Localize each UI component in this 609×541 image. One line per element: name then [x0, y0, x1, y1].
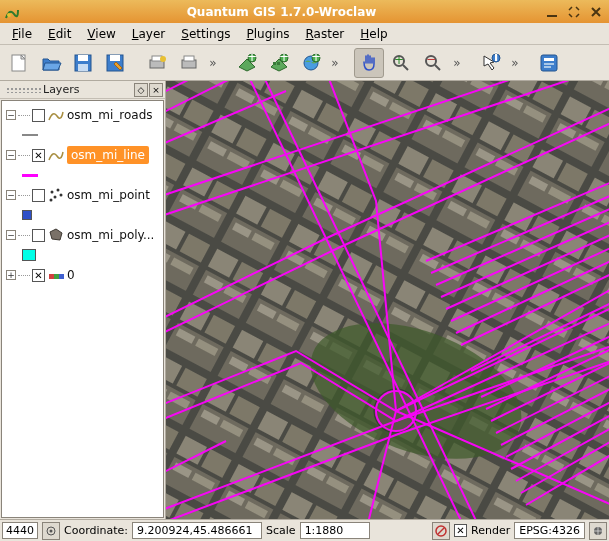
svg-point-38	[50, 199, 53, 202]
menu-settings[interactable]: Settings	[173, 25, 238, 43]
help-button[interactable]	[534, 48, 564, 78]
scale-label: Scale	[266, 524, 296, 537]
svg-rect-1	[547, 15, 557, 17]
line-layer-icon	[47, 146, 65, 164]
tree-collapse-icon[interactable]: −	[6, 110, 16, 120]
toolbar-extension-4[interactable]: »	[508, 56, 522, 70]
line-layer-icon	[47, 106, 65, 124]
add-raster-layer-button[interactable]: +	[264, 48, 294, 78]
layer-label: osm_mi_roads	[67, 108, 153, 122]
svg-text:−: −	[426, 52, 436, 66]
app-icon	[4, 4, 20, 20]
save-as-button[interactable]	[100, 48, 130, 78]
main-area: Layers ◇ × − osm_mi_roads − ✕ osm_mi_lin…	[0, 81, 609, 519]
map-render	[166, 81, 609, 519]
layer-checkbox[interactable]: ✕	[32, 269, 45, 282]
menu-layer[interactable]: Layer	[124, 25, 173, 43]
map-canvas[interactable]	[166, 81, 609, 519]
layer-checkbox[interactable]: ✕	[32, 149, 45, 162]
toolbar: » + + + » + − » i »	[0, 45, 609, 81]
panel-close-button[interactable]: ×	[149, 83, 163, 97]
layer-item-raster[interactable]: + ✕ 0	[4, 263, 161, 287]
svg-text:+: +	[311, 52, 321, 64]
menu-help[interactable]: Help	[352, 25, 395, 43]
svg-rect-41	[59, 274, 64, 279]
zoom-out-button[interactable]: −	[418, 48, 448, 78]
scale-input[interactable]: 1:1880	[300, 522, 370, 539]
window-title: Quantum GIS 1.7.0-Wroclaw	[24, 5, 539, 19]
svg-rect-7	[110, 55, 120, 61]
crs-display[interactable]: EPSG:4326	[514, 522, 585, 539]
svg-point-37	[60, 194, 63, 197]
coordinate-input[interactable]: 9.200924,45.486661	[132, 522, 262, 539]
svg-line-55	[438, 528, 444, 534]
svg-point-36	[54, 196, 57, 199]
toggle-extents-button[interactable]	[42, 522, 60, 540]
svg-rect-5	[78, 64, 88, 71]
menu-plugins[interactable]: Plugins	[239, 25, 298, 43]
svg-rect-40	[54, 274, 59, 279]
tree-expand-icon[interactable]: +	[6, 270, 16, 280]
layer-checkbox[interactable]	[32, 189, 45, 202]
svg-point-34	[51, 191, 54, 194]
menu-view[interactable]: View	[79, 25, 123, 43]
menu-file[interactable]: File	[4, 25, 40, 43]
add-wms-layer-button[interactable]: +	[296, 48, 326, 78]
svg-text:i: i	[494, 52, 498, 64]
toolbar-extension-2[interactable]: »	[328, 56, 342, 70]
layer-item-point[interactable]: − osm_mi_point	[4, 183, 161, 207]
tree-collapse-icon[interactable]: −	[6, 190, 16, 200]
svg-text:+: +	[247, 52, 257, 64]
identify-button[interactable]: i	[476, 48, 506, 78]
layer-checkbox[interactable]	[32, 109, 45, 122]
composer-manager-button[interactable]	[174, 48, 204, 78]
layers-panel: Layers ◇ × − osm_mi_roads − ✕ osm_mi_lin…	[0, 81, 166, 519]
layer-tree: − osm_mi_roads − ✕ osm_mi_line − osm	[1, 100, 164, 518]
layer-item-roads[interactable]: − osm_mi_roads	[4, 103, 161, 127]
raster-layer-icon	[47, 266, 65, 284]
svg-rect-32	[544, 63, 554, 65]
svg-rect-15	[273, 62, 276, 65]
svg-point-0	[7, 13, 11, 17]
stop-render-button[interactable]	[432, 522, 450, 540]
polygon-layer-icon	[47, 226, 65, 244]
panel-undock-button[interactable]: ◇	[134, 83, 148, 97]
statusbar: 4440 Coordinate: 9.200924,45.486661 Scal…	[0, 519, 609, 541]
svg-text:+: +	[279, 52, 289, 64]
svg-text:+: +	[394, 53, 404, 67]
panel-drag-handle[interactable]: Layers	[2, 83, 133, 96]
minimize-button[interactable]	[543, 3, 561, 21]
menu-raster[interactable]: Raster	[298, 25, 353, 43]
add-vector-layer-button[interactable]: +	[232, 48, 262, 78]
layer-checkbox[interactable]	[32, 229, 45, 242]
coordinate-label: Coordinate:	[64, 524, 128, 537]
zoom-in-button[interactable]: +	[386, 48, 416, 78]
tree-collapse-icon[interactable]: −	[6, 150, 16, 160]
layer-label: osm_mi_poly...	[67, 228, 154, 242]
svg-point-53	[50, 529, 53, 532]
close-button[interactable]	[587, 3, 605, 21]
save-project-button[interactable]	[68, 48, 98, 78]
toolbar-extension-1[interactable]: »	[206, 56, 220, 70]
print-composer-button[interactable]	[142, 48, 172, 78]
render-checkbox[interactable]: ✕	[454, 524, 467, 537]
layer-label: osm_mi_point	[67, 188, 150, 202]
pan-button[interactable]	[354, 48, 384, 78]
layer-item-poly[interactable]: − osm_mi_poly...	[4, 223, 161, 247]
crs-button[interactable]	[589, 522, 607, 540]
svg-rect-39	[49, 274, 54, 279]
svg-point-10	[160, 56, 166, 62]
menu-edit[interactable]: Edit	[40, 25, 79, 43]
toolbar-extension-3[interactable]: »	[450, 56, 464, 70]
svg-rect-12	[184, 56, 194, 61]
tree-collapse-icon[interactable]: −	[6, 230, 16, 240]
maximize-button[interactable]	[565, 3, 583, 21]
svg-rect-33	[544, 66, 551, 68]
svg-rect-4	[78, 55, 88, 61]
layer-label: 0	[67, 268, 75, 282]
layer-item-line[interactable]: − ✕ osm_mi_line	[4, 143, 161, 167]
menubar: File Edit View Layer Settings Plugins Ra…	[0, 23, 609, 45]
open-project-button[interactable]	[36, 48, 66, 78]
new-project-button[interactable]	[4, 48, 34, 78]
render-label: Render	[471, 524, 510, 537]
